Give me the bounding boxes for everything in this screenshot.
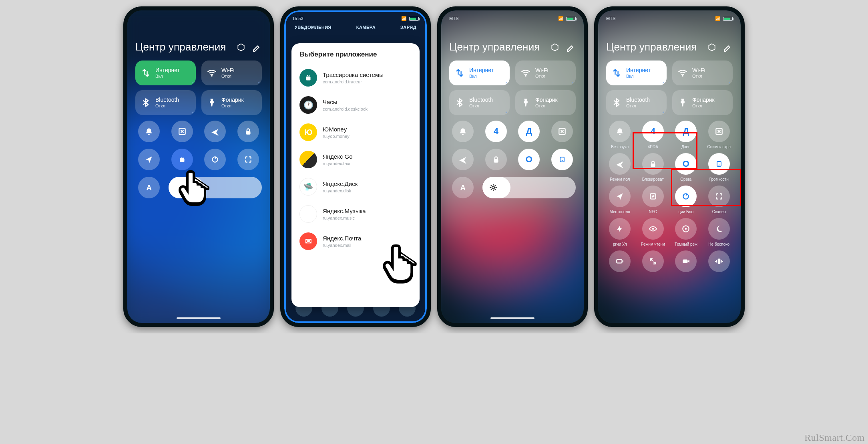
edit-icon[interactable]	[251, 42, 262, 53]
edit-icon[interactable]	[721, 42, 733, 53]
tile-internet[interactable]: ИнтернетВкл	[135, 61, 196, 85]
toggle-auto[interactable]: A	[138, 177, 160, 198]
carrier-label: MTS	[606, 16, 615, 21]
tile-torch[interactable]: ФонарикОткл	[672, 90, 733, 115]
bluetooth-icon	[612, 98, 621, 107]
app-item-yoomoney[interactable]: Ю ЮMoneyru.yoo.money	[291, 119, 420, 146]
tile-internet[interactable]: ИнтернетВкл	[449, 61, 510, 85]
phone-3: MTS 📶 Центр управления ИнтернетВкл	[437, 6, 588, 327]
app-item-yandexdisk[interactable]: 🛸 Яндекс.Дискru.yandex.disk	[291, 173, 420, 200]
toggle-screenshot[interactable]	[171, 121, 193, 142]
tile-internet[interactable]: ИнтернетВкл	[606, 61, 667, 85]
app-item-traceur[interactable]: Трассировка системыcom.android.traceur	[291, 64, 420, 91]
app-icon: 🕐	[299, 96, 317, 114]
flashlight-icon	[207, 98, 217, 107]
toggle-lock[interactable]	[485, 149, 507, 170]
tile-bluetooth[interactable]: BluetoothОткл	[135, 90, 196, 115]
shortcut-volume[interactable]	[551, 149, 573, 170]
app-icon	[299, 69, 317, 87]
brightness-slider[interactable]	[482, 177, 576, 198]
shortcut-opera[interactable]: O	[518, 149, 540, 170]
status-time: 15:53	[292, 16, 303, 21]
phone-1: Центр управления ИнтернетВкл Wi-FiОт	[123, 6, 274, 327]
settings-icon[interactable]	[706, 42, 717, 53]
app-item-clock[interactable]: 🕐 Часыcom.android.deskclock	[291, 91, 420, 119]
control-center-title: Центр управления	[606, 41, 702, 53]
toggle-silent[interactable]	[609, 121, 631, 142]
toggle-lock[interactable]	[237, 121, 259, 142]
control-center-title: Центр управления	[449, 41, 545, 53]
toggle-location[interactable]	[609, 186, 631, 207]
settings-icon[interactable]	[235, 42, 247, 53]
app-icon: ●	[299, 205, 317, 223]
home-indicator[interactable]	[490, 317, 534, 319]
shortcut-4pda[interactable]: 4	[485, 121, 507, 142]
toggle-silent[interactable]	[452, 121, 474, 142]
toggle-silent[interactable]	[138, 121, 160, 142]
toggle-screenshot[interactable]	[551, 121, 573, 142]
shortcut-dzen[interactable]: Д	[518, 121, 540, 142]
bluetooth-icon	[455, 98, 464, 107]
toggle-power[interactable]	[609, 218, 631, 240]
designer-tabs[interactable]: УВЕДОМЛЕНИЯКАМЕРАЗАРЯД	[292, 25, 419, 30]
tile-torch[interactable]: ФонарикОткл	[515, 90, 576, 115]
wifi-icon	[521, 68, 530, 78]
toggle-battery[interactable]	[609, 250, 631, 272]
toggle-location[interactable]	[138, 149, 160, 170]
toggle-screenshot[interactable]	[708, 121, 730, 142]
app-item-yandexmusic[interactable]: ● Яндекс.Музыкаru.yandex.music	[291, 200, 420, 228]
wifi-icon	[207, 68, 217, 78]
toggle-nfc[interactable]	[642, 186, 664, 207]
app-item-yandexgo[interactable]: Яндекс Goru.yandex.taxi	[291, 146, 420, 173]
edit-icon[interactable]	[565, 42, 576, 53]
tile-bluetooth[interactable]: BluetoothОткл	[606, 90, 667, 115]
status-bar: 15:53 📶	[292, 16, 419, 21]
highlight-box-2	[671, 169, 741, 206]
toggle-read[interactable]	[642, 218, 664, 240]
app-picker-title: Выберите приложение	[291, 43, 420, 64]
toggle-dark[interactable]	[675, 218, 697, 240]
hand-cursor-icon	[175, 167, 215, 215]
app-icon	[299, 151, 317, 168]
toggle-airplane[interactable]	[452, 149, 474, 170]
toggle-airplane[interactable]	[204, 121, 226, 142]
hand-cursor-icon	[378, 241, 422, 293]
tile-wifi[interactable]: Wi-FiОткл	[515, 61, 576, 85]
mobile-data-icon	[612, 68, 621, 78]
tile-wifi[interactable]: Wi-FiОткл	[672, 61, 733, 85]
toggle-camera[interactable]	[675, 250, 697, 272]
tile-bluetooth[interactable]: BluetoothОткл	[449, 90, 510, 115]
app-icon: Ю	[299, 123, 317, 141]
mobile-data-icon	[455, 68, 464, 78]
carrier-label: MTS	[449, 16, 458, 21]
toggle-scan[interactable]	[237, 149, 259, 170]
status-bar: MTS 📶	[606, 16, 733, 21]
mobile-data-icon	[141, 68, 151, 78]
flashlight-icon	[521, 98, 530, 107]
phones-row: Центр управления ИнтернетВкл Wi-FiОт	[3, 6, 865, 327]
bluetooth-icon	[141, 98, 151, 107]
settings-icon[interactable]	[549, 42, 561, 53]
toggle-dnd[interactable]	[708, 218, 730, 240]
toggle-expand[interactable]	[642, 250, 664, 272]
home-indicator[interactable]	[177, 317, 221, 319]
toggle-auto[interactable]: A	[452, 177, 474, 198]
tile-wifi[interactable]: Wi-FiОткл	[201, 61, 262, 85]
flashlight-icon	[678, 98, 687, 107]
app-icon: ✉	[299, 232, 317, 250]
phone-4: MTS 📶 Центр управления ИнтернетВкл	[594, 6, 745, 327]
tile-torch[interactable]: ФонарикОткл	[201, 90, 262, 115]
toggle-airplane[interactable]	[609, 153, 631, 175]
control-center-title: Центр управления	[135, 41, 231, 53]
toggle-vibrate[interactable]	[708, 250, 730, 272]
wifi-icon	[678, 68, 687, 78]
status-bar: MTS 📶	[449, 16, 576, 21]
app-icon: 🛸	[299, 178, 317, 196]
phone-2: 15:53 📶 УВЕДОМЛЕНИЯКАМЕРАЗАРЯД Выберите …	[280, 6, 431, 327]
highlight-box-1	[633, 132, 697, 169]
